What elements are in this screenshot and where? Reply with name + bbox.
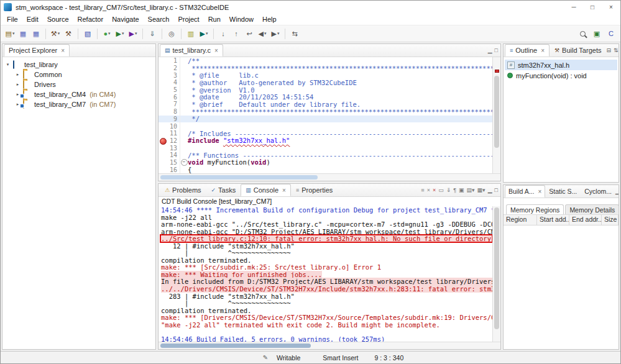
run-icon[interactable]: ▶▾ bbox=[114, 27, 126, 40]
minimize-view-icon[interactable]: ▁ bbox=[488, 187, 492, 193]
fold-marker-icon[interactable] bbox=[180, 159, 188, 166]
back-icon[interactable]: ◀▾ bbox=[256, 27, 269, 40]
save-all-icon[interactable]: ▦ bbox=[30, 27, 42, 40]
console-output[interactable]: 14:54:46 **** Incremental Build of confi… bbox=[159, 206, 492, 342]
tab-properties[interactable]: ≡Properties bbox=[291, 184, 338, 196]
menu-item-refactor[interactable]: Refactor bbox=[73, 15, 108, 24]
tree-item-test_library_cm7[interactable]: ▸test_library_CM7(in CM7) bbox=[2, 99, 155, 109]
console-vertical-scrollbar[interactable] bbox=[492, 206, 500, 342]
debug-icon[interactable]: ●▾ bbox=[101, 27, 113, 40]
tree-item-root[interactable]: ▾test_library bbox=[2, 60, 155, 70]
c-cpp-perspective-icon[interactable]: C bbox=[605, 27, 617, 40]
tab-outline[interactable]: ≡ Outline × bbox=[505, 44, 550, 57]
remove-launch-icon[interactable]: × bbox=[427, 187, 430, 193]
close-tab-icon[interactable]: × bbox=[282, 187, 286, 194]
menu-item-source[interactable]: Source bbox=[43, 15, 73, 24]
flash-download-icon[interactable]: ⇓ bbox=[146, 27, 159, 40]
outline-list[interactable]: stm32h7xx_hal.hmyFunction(void) : void bbox=[504, 57, 619, 182]
profile-icon[interactable]: ▶▾ bbox=[127, 27, 139, 40]
close-tab-icon[interactable]: × bbox=[61, 47, 65, 54]
tab-static-stack-analyzer[interactable]: Static S... bbox=[545, 185, 581, 198]
scrollbar-thumb[interactable] bbox=[160, 175, 318, 180]
outline-item[interactable]: stm32h7xx_hal.h bbox=[505, 60, 617, 70]
sort-icon[interactable]: ⇅ bbox=[614, 47, 619, 53]
link-editor-icon[interactable]: ⇆ bbox=[288, 27, 301, 40]
scrollbar-thumb[interactable] bbox=[160, 344, 311, 348]
collapse-arrow-icon[interactable]: ▸ bbox=[15, 82, 21, 87]
column-header-size[interactable]: Size bbox=[602, 215, 619, 225]
open-console-icon[interactable]: ▦▾ bbox=[477, 187, 485, 193]
column-header-region[interactable]: Region bbox=[504, 215, 537, 225]
scroll-lock-icon[interactable]: ⇓ bbox=[446, 187, 451, 193]
column-header-start-add-[interactable]: Start add... bbox=[537, 215, 569, 225]
console-horizontal-scrollbar[interactable] bbox=[159, 342, 500, 349]
subtab-memory-regions[interactable]: Memory Regions bbox=[506, 204, 564, 214]
editor-horizontal-scrollbar[interactable] bbox=[159, 173, 500, 181]
close-button[interactable]: × bbox=[602, 1, 620, 14]
coverage-icon[interactable]: ▥ bbox=[185, 27, 197, 40]
scrollbar-thumb[interactable] bbox=[494, 76, 499, 148]
expand-arrow-icon[interactable]: ▾ bbox=[5, 62, 11, 67]
pin-console-icon[interactable]: ▣ bbox=[459, 187, 464, 193]
scrollbar-thumb[interactable] bbox=[494, 207, 499, 329]
remove-all-launches-icon[interactable]: × bbox=[433, 187, 436, 193]
forward-icon[interactable]: ▶▾ bbox=[269, 27, 282, 40]
collapse-arrow-icon[interactable]: ▸ bbox=[15, 72, 21, 77]
terminate-icon[interactable]: ■ bbox=[421, 187, 424, 193]
build-config-icon[interactable]: ⚒ bbox=[62, 27, 75, 40]
display-console-icon[interactable]: ▤▾ bbox=[467, 187, 475, 193]
tab-project-explorer[interactable]: Project Explorer × bbox=[4, 44, 70, 57]
external-tools-icon[interactable]: ▶▾ bbox=[198, 27, 210, 40]
word-wrap-icon[interactable]: ¶ bbox=[453, 187, 456, 193]
maximize-view-icon[interactable]: □ bbox=[495, 187, 498, 193]
close-tab-icon[interactable]: × bbox=[214, 47, 218, 54]
menu-item-search[interactable]: Search bbox=[144, 15, 174, 24]
menu-item-file[interactable]: File bbox=[2, 15, 22, 24]
menu-item-navigate[interactable]: Navigate bbox=[108, 15, 143, 24]
build-all-icon[interactable]: ⚒▾ bbox=[49, 27, 62, 40]
column-header-end-addr-[interactable]: End addr... bbox=[569, 215, 602, 225]
maximize-button[interactable]: □ bbox=[583, 1, 602, 14]
debug-perspective-icon[interactable]: ▣ bbox=[591, 27, 603, 40]
menu-item-edit[interactable]: Edit bbox=[22, 15, 43, 24]
search-icon[interactable] bbox=[576, 27, 589, 40]
tree-item-common[interactable]: ▸Common bbox=[2, 70, 155, 80]
tab-test-library-c[interactable]: ▤ test_library.c × bbox=[160, 44, 223, 57]
insert-mode-status[interactable]: Smart Insert bbox=[323, 354, 358, 362]
menu-item-help[interactable]: Help bbox=[258, 15, 281, 24]
close-tab-icon[interactable]: × bbox=[538, 188, 541, 195]
clear-console-icon[interactable]: ▭ bbox=[438, 187, 444, 193]
save-icon[interactable]: ▦ bbox=[17, 27, 29, 40]
new-c-file-icon[interactable]: ▧ bbox=[81, 27, 94, 40]
error-marker-icon[interactable] bbox=[159, 137, 167, 145]
outline-item[interactable]: myFunction(void) : void bbox=[505, 70, 617, 81]
tab-cyclomatic-complexity[interactable]: Cyclom... bbox=[581, 185, 615, 198]
next-annotation-icon[interactable]: ↓ bbox=[217, 27, 229, 40]
tab-tasks[interactable]: ✓Tasks bbox=[206, 184, 241, 196]
menu-item-run[interactable]: Run bbox=[204, 15, 225, 24]
tab-problems[interactable]: ⚠Problems bbox=[160, 184, 206, 196]
code-editor[interactable]: 1/**2 **********************************… bbox=[159, 57, 492, 173]
minimize-view-icon[interactable]: ▁ bbox=[615, 188, 619, 194]
new-wizard-icon[interactable]: ▤▾ bbox=[4, 27, 16, 40]
tab-build-analyzer[interactable]: Build A...× bbox=[505, 185, 545, 198]
minimize-view-icon[interactable]: ▁ bbox=[488, 47, 492, 53]
tab-build-targets[interactable]: ⚒ Build Targets bbox=[550, 44, 606, 57]
project-tree[interactable]: ▾test_library▸Common▸Drivers▸test_librar… bbox=[2, 57, 155, 349]
search-toolbar-icon[interactable]: ◎ bbox=[165, 27, 178, 40]
menu-item-window[interactable]: Window bbox=[225, 15, 258, 24]
tree-item-drivers[interactable]: ▸Drivers bbox=[2, 80, 155, 89]
maximize-view-icon[interactable]: □ bbox=[495, 47, 498, 53]
tree-item-test_library_cm4[interactable]: ▸test_library_CM4(in CM4) bbox=[2, 89, 155, 99]
cursor-position[interactable]: 9 : 3 : 340 bbox=[375, 354, 404, 362]
last-edit-icon[interactable]: ↩ bbox=[243, 27, 255, 40]
prev-annotation-icon[interactable]: ↑ bbox=[230, 27, 242, 40]
minimize-button[interactable]: ─ bbox=[564, 1, 583, 14]
overview-error-marker[interactable] bbox=[495, 70, 499, 73]
menu-item-project[interactable]: Project bbox=[173, 15, 203, 24]
tab-console[interactable]: ▥Console× bbox=[241, 184, 291, 196]
subtab-memory-details[interactable]: Memory Details bbox=[565, 204, 619, 214]
close-tab-icon[interactable]: × bbox=[541, 47, 545, 54]
collapse-all-icon[interactable]: ⊟ bbox=[606, 47, 611, 53]
editor-vertical-scrollbar[interactable] bbox=[492, 57, 500, 173]
